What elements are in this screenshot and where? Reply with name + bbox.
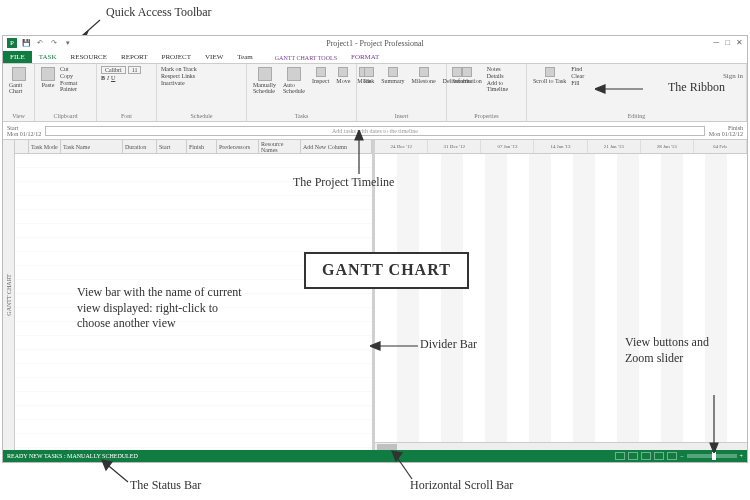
timescale-1: 31 Dec '12: [428, 140, 481, 153]
col-start[interactable]: Start: [157, 140, 187, 153]
svg-marker-5: [355, 130, 363, 140]
anno-status: The Status Bar: [130, 478, 201, 494]
tab-task[interactable]: TASK: [32, 51, 64, 63]
group-clipboard-label: Clipboard: [39, 113, 92, 119]
scroll-to-task-button[interactable]: Scroll to Task: [531, 66, 568, 85]
contextual-tools-label: GANTT CHART TOOLS: [268, 53, 344, 63]
view-button-1[interactable]: [615, 452, 625, 460]
tab-resource[interactable]: RESOURCE: [64, 51, 115, 63]
col-info[interactable]: [15, 140, 29, 153]
information-button[interactable]: Information: [451, 66, 484, 85]
timescale-2: 07 Jan '13: [481, 140, 534, 153]
app-window: Project1 - Project Professional ─ □ ✕ P …: [2, 35, 748, 463]
manual-label: Manually Schedule: [253, 82, 276, 94]
timescale-0: 24 Dec '12: [375, 140, 428, 153]
summary-label: Summary: [381, 78, 404, 84]
col-res[interactable]: Resource Names: [259, 140, 301, 153]
sign-in-link[interactable]: Sign in: [723, 72, 743, 80]
tab-report[interactable]: REPORT: [114, 51, 154, 63]
tab-project[interactable]: PROJECT: [154, 51, 198, 63]
view-button-4[interactable]: [654, 452, 664, 460]
tab-view[interactable]: VIEW: [198, 51, 230, 63]
tab-team[interactable]: Team: [230, 51, 259, 63]
bold-button[interactable]: B: [101, 75, 105, 81]
mark-on-track-button[interactable]: Mark on Track: [161, 66, 197, 72]
status-right: − +: [615, 452, 743, 460]
view-button-2[interactable]: [628, 452, 638, 460]
clear-button[interactable]: Clear: [571, 73, 584, 79]
redo-icon[interactable]: ↷: [49, 38, 59, 48]
respect-links-button[interactable]: Respect Links: [161, 73, 197, 79]
font-size-select[interactable]: 11: [128, 66, 142, 74]
font-family-select[interactable]: Calibri: [101, 66, 126, 74]
group-font-label: Font: [101, 113, 152, 119]
info-label: Information: [453, 78, 482, 84]
tab-file[interactable]: FILE: [3, 51, 32, 63]
arrow-divider: [370, 340, 420, 352]
anno-ribbon: The Ribbon: [668, 80, 725, 96]
timeline-bar: StartMon 01/12/12 Add tasks with dates t…: [3, 122, 747, 140]
svg-marker-3: [595, 85, 605, 93]
find-button[interactable]: Find: [571, 66, 584, 72]
summary-button[interactable]: Summary: [379, 66, 406, 85]
arrow-timeline: [353, 130, 365, 176]
qat-more-icon[interactable]: ▾: [63, 38, 73, 48]
cut-button[interactable]: Cut: [60, 66, 92, 72]
task-insert-button[interactable]: Task: [361, 66, 376, 85]
arrow-hscroll: [390, 449, 414, 481]
auto-schedule-button[interactable]: Auto Schedule: [281, 66, 307, 95]
col-pred[interactable]: Predecessors: [217, 140, 259, 153]
inactivate-button[interactable]: Inactivate: [161, 80, 197, 86]
gantt-chart-area[interactable]: [375, 154, 747, 442]
group-tasks-label: Tasks: [251, 113, 352, 119]
view-button-5[interactable]: [667, 452, 677, 460]
inspect-button[interactable]: Inspect: [310, 66, 331, 85]
view-button-3[interactable]: [641, 452, 651, 460]
zoom-out-icon[interactable]: −: [680, 453, 683, 459]
timescale-5: 28 Jan '13: [641, 140, 694, 153]
tab-format[interactable]: FORMAT: [344, 51, 386, 63]
col-finish[interactable]: Finish: [187, 140, 217, 153]
manually-schedule-button[interactable]: Manually Schedule: [251, 66, 278, 95]
window-controls: ─ □ ✕: [713, 38, 743, 47]
timescale-3: 14 Jan '13: [534, 140, 587, 153]
col-mode[interactable]: Task Mode: [29, 140, 61, 153]
col-name[interactable]: Task Name: [61, 140, 123, 153]
minimize-icon[interactable]: ─: [713, 38, 719, 47]
add-to-timeline-button[interactable]: Add to Timeline: [487, 80, 522, 92]
anno-viewzoom: View buttons and Zoom slider: [625, 335, 735, 366]
svg-marker-9: [710, 443, 718, 453]
view-bar-label: GANTT CHART: [6, 274, 12, 316]
details-button[interactable]: Details: [487, 73, 522, 79]
paste-button[interactable]: Paste: [39, 66, 57, 89]
gantt-chart-label: Gantt Chart: [9, 82, 28, 94]
zoom-slider[interactable]: [687, 454, 737, 458]
anno-qat: Quick Access Toolbar: [106, 5, 212, 21]
timescale: 24 Dec '12 31 Dec '12 07 Jan '13 14 Jan …: [375, 140, 747, 154]
underline-button[interactable]: U: [111, 75, 115, 81]
maximize-icon[interactable]: □: [725, 38, 730, 47]
italic-button[interactable]: I: [107, 75, 109, 81]
timeline-track[interactable]: Add tasks with dates to the timeline: [45, 126, 705, 136]
timeline-finish: FinishMon 01/12/12: [709, 125, 743, 137]
anno-divider: Divider Bar: [420, 337, 477, 353]
gantt-chart-button[interactable]: Gantt Chart: [7, 66, 30, 95]
group-insert-label: Insert: [361, 113, 442, 119]
anno-hscroll: Horizontal Scroll Bar: [410, 478, 513, 494]
copy-button[interactable]: Copy: [60, 73, 92, 79]
save-icon[interactable]: 💾: [21, 38, 31, 48]
close-icon[interactable]: ✕: [736, 38, 743, 47]
view-bar[interactable]: GANTT CHART: [3, 140, 15, 450]
undo-icon[interactable]: ↶: [35, 38, 45, 48]
move-button[interactable]: Move: [334, 66, 352, 85]
zoom-in-icon[interactable]: +: [740, 453, 743, 459]
milestone-button[interactable]: Milestone: [410, 66, 438, 85]
format-painter-button[interactable]: Format Painter: [60, 80, 92, 92]
paste-label: Paste: [42, 82, 55, 88]
col-duration[interactable]: Duration: [123, 140, 157, 153]
fill-button[interactable]: Fill: [571, 80, 584, 86]
svg-marker-11: [102, 460, 112, 470]
notes-button[interactable]: Notes: [487, 66, 522, 72]
horizontal-scrollbar[interactable]: [375, 442, 747, 450]
arrow-viewzoom: [708, 393, 720, 453]
